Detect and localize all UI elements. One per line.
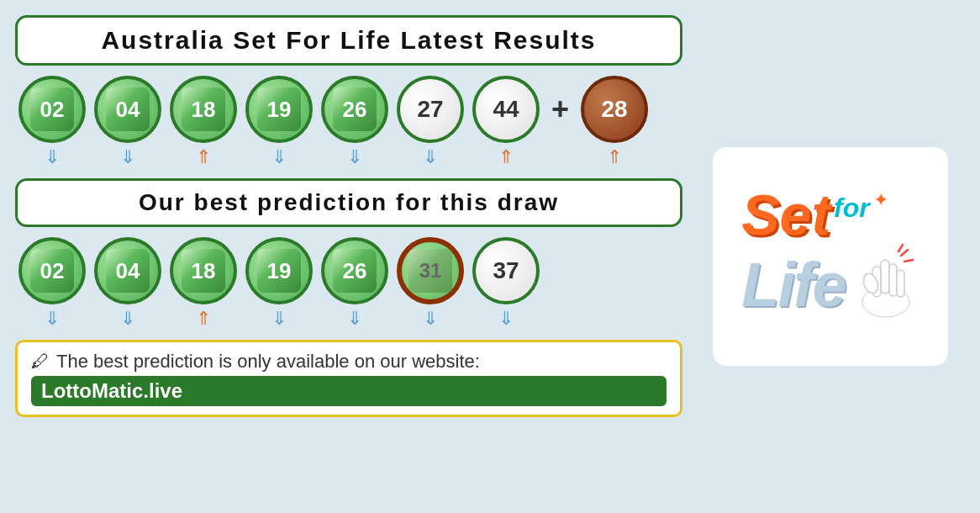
hand-click-icon xyxy=(852,243,919,328)
right-panel: Set for ✦ Life xyxy=(696,15,965,498)
p-ball-18: 18 xyxy=(170,237,237,304)
ball-wrapper-3: 18 ⇑ xyxy=(170,76,237,168)
p-ball-inner-04: 04 xyxy=(106,249,150,293)
svg-line-7 xyxy=(904,260,913,262)
p-arrow-down-2[interactable]: ⇓ xyxy=(120,308,135,330)
ball-inner-04: 04 xyxy=(106,87,150,131)
prediction-balls-row: 02 ⇓ 04 ⇓ 18 ⇑ 19 xyxy=(15,237,682,330)
ball-19: 19 xyxy=(245,76,313,143)
main-container: Australia Set For Life Latest Results 02… xyxy=(0,0,980,513)
logo-row-top: Set for ✦ xyxy=(741,186,888,243)
p-arrow-down-7[interactable]: ⇓ xyxy=(498,308,514,330)
logo-content: Set for ✦ Life xyxy=(733,177,928,336)
hand-svg xyxy=(852,243,919,319)
footer-icon: 🖊 xyxy=(31,351,50,373)
ball-26: 26 xyxy=(321,76,388,143)
arrow-down-6[interactable]: ⇓ xyxy=(423,146,438,168)
ball-02: 02 xyxy=(18,76,86,143)
p-ball-wrapper-6: 31 ⇓ xyxy=(397,237,464,330)
p-ball-wrapper-5: 26 ⇓ xyxy=(321,237,388,330)
ball-wrapper-1: 02 ⇓ xyxy=(18,76,86,168)
footer-top: 🖊 The best prediction is only available … xyxy=(31,351,667,373)
p-ball-26: 26 xyxy=(321,237,388,304)
logo-row-bottom: Life xyxy=(741,243,919,328)
p-ball-19: 19 xyxy=(245,237,313,304)
p-ball-37: 37 xyxy=(472,237,540,304)
logo-life: Life xyxy=(741,254,846,316)
results-balls-row: 02 ⇓ 04 ⇓ 18 ⇑ 19 xyxy=(15,76,682,168)
p-ball-inner-18: 18 xyxy=(182,249,225,293)
plus-sign: + xyxy=(551,92,569,152)
svg-rect-4 xyxy=(897,270,904,297)
p-arrow-up-3[interactable]: ⇑ xyxy=(196,308,211,330)
ball-44: 44 xyxy=(472,76,540,143)
svg-rect-1 xyxy=(881,260,889,294)
p-ball-04: 04 xyxy=(94,237,161,304)
p-ball-31: 31 xyxy=(397,237,464,304)
ball-18: 18 xyxy=(170,76,237,143)
svg-rect-2 xyxy=(889,264,897,296)
ball-inner-02: 02 xyxy=(30,87,74,131)
svg-line-8 xyxy=(898,245,903,251)
p-ball-inner-19: 19 xyxy=(257,249,301,293)
logo-star: ✦ xyxy=(873,189,888,211)
ball-wrapper-4: 19 ⇓ xyxy=(245,76,313,168)
p-ball-wrapper-1: 02 ⇓ xyxy=(18,237,86,330)
arrow-up-3[interactable]: ⇑ xyxy=(196,146,211,168)
arrow-down-5[interactable]: ⇓ xyxy=(347,146,362,168)
footer-link[interactable]: LottoMatic.live xyxy=(31,376,667,406)
logo-area: Set for ✦ Life xyxy=(713,147,948,366)
ball-wrapper-6: 27 ⇓ xyxy=(397,76,464,168)
p-arrow-down-4[interactable]: ⇓ xyxy=(271,308,287,330)
footer-text: The best prediction is only available on… xyxy=(56,351,480,373)
title-banner: Australia Set For Life Latest Results xyxy=(15,15,682,66)
arrow-up-bonus[interactable]: ⇑ xyxy=(607,146,622,168)
p-arrow-down-5[interactable]: ⇓ xyxy=(347,308,362,330)
p-ball-wrapper-7: 37 ⇓ xyxy=(472,237,540,330)
ball-28-bonus: 28 xyxy=(581,76,648,143)
ball-inner-18: 18 xyxy=(182,87,225,131)
footer-banner: 🖊 The best prediction is only available … xyxy=(15,340,682,417)
arrow-down-4[interactable]: ⇓ xyxy=(271,146,287,168)
p-arrow-down-1[interactable]: ⇓ xyxy=(45,308,60,330)
ball-27: 27 xyxy=(397,76,464,143)
ball-inner-26: 26 xyxy=(333,87,377,131)
p-ball-wrapper-2: 04 ⇓ xyxy=(94,237,161,330)
logo-set: Set xyxy=(741,186,830,243)
title-text: Australia Set For Life Latest Results xyxy=(101,26,596,54)
left-panel: Australia Set For Life Latest Results 02… xyxy=(15,15,682,498)
ball-inner-19: 19 xyxy=(257,87,301,131)
ball-wrapper-2: 04 ⇓ xyxy=(94,76,161,168)
p-ball-inner-31: 31 xyxy=(408,249,452,293)
ball-wrapper-bonus: 28 ⇑ xyxy=(581,76,648,168)
ball-04: 04 xyxy=(94,76,161,143)
ball-wrapper-7: 44 ⇑ xyxy=(472,76,540,168)
p-ball-wrapper-3: 18 ⇑ xyxy=(170,237,237,330)
p-arrow-down-6[interactable]: ⇓ xyxy=(423,308,438,330)
prediction-banner: Our best prediction for this draw xyxy=(15,178,682,227)
ball-wrapper-5: 26 ⇓ xyxy=(321,76,388,168)
arrow-down-2[interactable]: ⇓ xyxy=(120,146,135,168)
p-ball-inner-02: 02 xyxy=(30,249,74,293)
arrow-up-7[interactable]: ⇑ xyxy=(498,146,514,168)
p-ball-wrapper-4: 19 ⇓ xyxy=(245,237,313,330)
prediction-text: Our best prediction for this draw xyxy=(139,189,559,215)
logo-for: for xyxy=(834,193,870,224)
arrow-down-1[interactable]: ⇓ xyxy=(45,146,60,168)
svg-line-6 xyxy=(901,250,908,256)
p-ball-inner-26: 26 xyxy=(333,249,377,293)
p-ball-02: 02 xyxy=(18,237,86,304)
